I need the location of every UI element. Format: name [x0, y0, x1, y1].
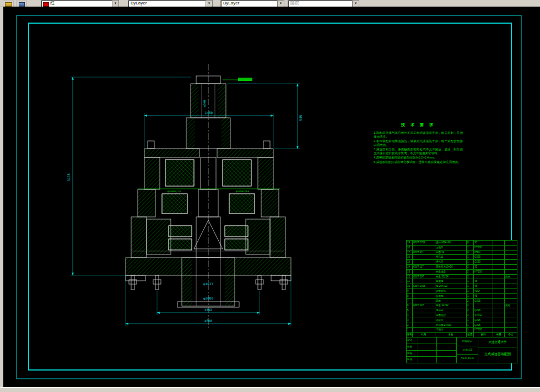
technical-requirements: 技 术 要 求 1.装配前机体与其它铸件不加工面均需清理干净，除去毛刺，并用煤油…	[374, 122, 463, 165]
part-note	[505, 284, 517, 288]
header-material: 材料	[474, 333, 493, 337]
part-material: Q235	[474, 260, 493, 264]
dim-label-shaft-dia: φ340	[203, 100, 207, 107]
table-row: 2 放油螺塞 M20 1 Q235	[407, 323, 517, 328]
part-note	[505, 279, 517, 284]
part-weight	[493, 294, 504, 298]
part-code	[413, 323, 435, 328]
chevron-down-icon[interactable]: ▾	[277, 1, 284, 7]
part-weight	[493, 275, 504, 279]
part-seq: 9	[407, 289, 412, 293]
table-row: 18 上箱盖 1 HT200	[407, 246, 517, 250]
part-weight	[493, 265, 504, 269]
dim-label-right-height: 545	[299, 115, 303, 121]
lineweight-value: ByLayer	[223, 1, 239, 6]
part-code	[413, 299, 435, 303]
technical-requirement-item: 1.装配前机体与其它铸件不加工面均需清理干净，除去毛刺，并用煤油清洗。	[374, 131, 463, 139]
part-weight	[493, 289, 504, 293]
part-name: 隔套	[435, 299, 466, 303]
part-seq: 18	[407, 246, 412, 250]
table-row: 19 GB/T 5782 螺栓 M24×80 8 35	[407, 241, 517, 245]
part-qty: 2	[467, 275, 473, 279]
part-code: GB/T 297	[413, 275, 435, 279]
parts-list-table: 19 GB/T 5782 螺栓 M24×80 8 35 18 上箱盖 1	[406, 240, 517, 337]
signature-cell	[418, 351, 436, 357]
folder-icon	[5, 2, 12, 7]
part-name: 轴承 30224	[435, 275, 466, 279]
part-weight	[493, 246, 504, 250]
part-qty: 2	[467, 270, 473, 274]
part-code	[413, 270, 435, 274]
signature-cell	[418, 357, 436, 363]
color-swatch-red	[43, 2, 49, 7]
part-seq: 17	[407, 251, 412, 255]
part-qty: 1	[467, 246, 473, 250]
plot-style-value: 随层	[290, 1, 299, 6]
part-note	[505, 323, 517, 328]
part-code	[413, 260, 435, 264]
part-name: 油标尺	[435, 318, 466, 323]
part-code: GB/T 1096	[413, 284, 435, 288]
part-weight	[493, 303, 504, 308]
part-note	[505, 260, 517, 264]
header-code: 代号	[413, 333, 435, 337]
part-weight	[493, 308, 504, 313]
part-material: Q235	[474, 299, 493, 303]
header-qty: 数量	[467, 333, 473, 337]
role-label: 批准	[407, 357, 418, 363]
part-material: 35	[474, 265, 493, 269]
part-material: 65Mn	[474, 251, 493, 255]
part-qty: 1	[467, 328, 473, 332]
table-row: 12 GB/T 297 轴承 30224 2 成对	[407, 275, 517, 279]
part-note	[505, 294, 517, 298]
table-row: 1 下箱体 1 HT200	[407, 328, 517, 332]
part-note: 成对	[505, 303, 517, 308]
table-row: 5 甩油环 2 Q235	[407, 308, 517, 313]
part-code: GB/T 297	[413, 303, 435, 308]
part-name: 放油螺塞 M20	[435, 323, 466, 328]
header-weight: 单重	[493, 333, 504, 337]
part-name: 轴承 32232	[435, 303, 466, 308]
date-cell	[437, 344, 456, 350]
part-note	[505, 313, 517, 318]
chevron-down-icon[interactable]: ▾	[206, 1, 212, 7]
part-seq: 1	[407, 328, 412, 332]
part-material: HT150	[474, 270, 493, 274]
chevron-down-icon[interactable]: ▾	[112, 1, 118, 7]
table-row: 4 毡圈密封 2 羊毛毡	[407, 313, 517, 318]
part-qty: 2	[467, 265, 473, 269]
part-material: 45	[474, 279, 493, 284]
part-weight	[493, 260, 504, 264]
upper-gear-right	[223, 160, 251, 186]
part-material: 45	[474, 284, 493, 288]
role-label: 设计	[407, 337, 418, 344]
drawing-canvas[interactable]: 3135 545 1480 φ340 φ1637 φ2000 1592 4600…	[3, 7, 540, 388]
part-note	[505, 246, 517, 250]
part-name: 键 20×100	[435, 284, 466, 288]
part-seq: 13	[407, 270, 412, 274]
part-weight	[493, 255, 504, 259]
header-name: 名称	[435, 333, 466, 337]
fit-label-left: φ760H7/r6	[168, 190, 181, 193]
part-qty: 2	[467, 313, 473, 318]
part-seq: 6	[407, 303, 412, 308]
date-cell	[437, 351, 456, 357]
part-name: 高速轴	[435, 279, 466, 284]
part-weight	[493, 270, 504, 274]
parts-list-header-row: 序号 代号 名称 数量 材料 单重 备注	[407, 333, 517, 337]
part-qty: 1	[467, 289, 473, 293]
part-code	[413, 328, 435, 332]
part-code	[413, 294, 435, 298]
color-value: 红	[50, 1, 55, 6]
part-code: GB/T 117	[413, 265, 435, 269]
part-seq: 15	[407, 260, 412, 264]
table-row: 17 GB/T 93 垫圈 24 8 65Mn	[407, 251, 517, 255]
part-name: 低速轴	[435, 294, 466, 298]
part-qty: 1	[467, 279, 473, 284]
part-code	[413, 289, 435, 293]
part-qty: 1	[467, 255, 473, 259]
technical-requirement-item: 2.零件装配前用煤油清洗，轴承用汽油清洗干净，晾干后配合面涂以润滑油。	[374, 139, 463, 147]
table-row: 13 轴承端盖 2 HT150	[407, 270, 517, 274]
part-note: 成对	[505, 275, 517, 279]
part-name: 轴承端盖	[435, 270, 466, 274]
